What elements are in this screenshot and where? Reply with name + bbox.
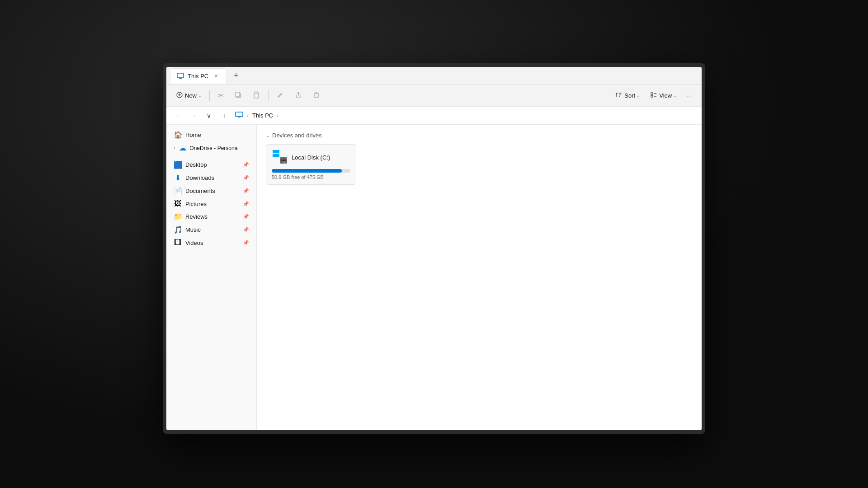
- svg-rect-1: [179, 78, 182, 79]
- drive-header: Local Disk (C:): [272, 149, 350, 165]
- view-icon: [650, 91, 657, 100]
- tab-area: This PC × +: [170, 68, 698, 84]
- svg-rect-25: [273, 150, 276, 153]
- toolbar: New ⌵ ✂: [166, 85, 702, 107]
- onedrive-icon: ☁: [179, 144, 187, 152]
- expand-icon: ›: [174, 145, 175, 150]
- documents-icon: 📄: [174, 187, 182, 195]
- tab-pc-icon: [177, 72, 184, 80]
- drive-bar-container: [272, 169, 350, 173]
- pin-reviews-icon: 📌: [243, 214, 249, 220]
- sidebar-documents-label: Documents: [185, 188, 239, 194]
- share-icon: [295, 91, 302, 100]
- sort-button[interactable]: Sort ⌵: [611, 89, 644, 102]
- pin-music-icon: 📌: [243, 227, 249, 233]
- section-label: Devices and drives: [272, 132, 322, 139]
- sidebar-pictures-label: Pictures: [185, 201, 239, 207]
- sidebar-item-downloads[interactable]: ⬇ Downloads 📌: [166, 171, 256, 184]
- content-area: 🏠 Home › ☁ OneDrive - Persona 🟦 Desktop …: [166, 125, 702, 430]
- drive-name: Local Disk (C:): [292, 154, 330, 161]
- file-area: ⌄ Devices and drives: [257, 125, 702, 430]
- pin-desktop-icon: 📌: [243, 162, 249, 168]
- reviews-icon: 📁: [174, 212, 182, 221]
- svg-rect-28: [276, 154, 279, 157]
- new-button[interactable]: New ⌵: [172, 89, 206, 102]
- drive-info: 50.9 GB free of 475 GB: [272, 174, 350, 180]
- scissors-icon: ✂: [218, 92, 224, 99]
- sort-label: Sort: [624, 92, 635, 99]
- separator-1: [209, 90, 210, 101]
- share-button[interactable]: [290, 89, 307, 102]
- breadcrumb: › This PC ›: [233, 111, 278, 120]
- sidebar: 🏠 Home › ☁ OneDrive - Persona 🟦 Desktop …: [166, 125, 257, 430]
- active-tab[interactable]: This PC ×: [170, 68, 227, 84]
- sidebar-item-music[interactable]: 🎵 Music 📌: [166, 223, 256, 236]
- svg-rect-26: [276, 150, 279, 153]
- new-tab-button[interactable]: +: [229, 69, 243, 83]
- pin-videos-icon: 📌: [243, 240, 249, 246]
- svg-rect-10: [315, 94, 318, 98]
- desktop-icon: 🟦: [174, 160, 182, 169]
- more-button[interactable]: ···: [682, 90, 696, 101]
- tab-close-button[interactable]: ×: [212, 72, 220, 80]
- svg-rect-6: [236, 92, 240, 97]
- sidebar-item-documents[interactable]: 📄 Documents 📌: [166, 184, 256, 197]
- new-label: New: [185, 92, 197, 99]
- copy-button[interactable]: [230, 89, 246, 102]
- paste-button[interactable]: [248, 89, 264, 102]
- svg-rect-8: [255, 92, 258, 94]
- videos-icon: 🎞: [174, 239, 182, 247]
- view-label: View: [659, 92, 672, 99]
- home-icon: 🏠: [174, 131, 182, 139]
- monitor-frame: This PC × + New ⌵ ✂: [163, 63, 705, 434]
- recent-button[interactable]: ∨: [203, 109, 215, 122]
- forward-button[interactable]: →: [187, 109, 200, 122]
- cut-button[interactable]: ✂: [213, 90, 228, 102]
- breadcrumb-this-pc[interactable]: This PC: [250, 111, 275, 120]
- back-button[interactable]: ←: [172, 109, 184, 122]
- pictures-icon: 🖼: [174, 200, 182, 208]
- sidebar-item-reviews[interactable]: 📁 Reviews 📌: [166, 210, 256, 223]
- sort-icon: [615, 91, 623, 100]
- drive-icon: [272, 149, 288, 165]
- breadcrumb-pc-icon[interactable]: [233, 111, 245, 120]
- drive-item-c[interactable]: Local Disk (C:) 50.9 GB free of 475 GB: [266, 144, 356, 185]
- sidebar-desktop-label: Desktop: [185, 161, 239, 168]
- section-header-drives[interactable]: ⌄ Devices and drives: [266, 132, 693, 139]
- section-chevron-icon: ⌄: [266, 133, 269, 138]
- rename-button[interactable]: [272, 89, 288, 102]
- paste-icon: [253, 91, 260, 100]
- music-icon: 🎵: [174, 225, 182, 234]
- sidebar-item-onedrive[interactable]: › ☁ OneDrive - Persona: [166, 141, 256, 155]
- sidebar-item-videos[interactable]: 🎞 Videos 📌: [166, 236, 256, 249]
- nav-bar: ← → ∨ ↑ › This PC ›: [166, 107, 702, 125]
- delete-button[interactable]: [308, 89, 325, 102]
- view-button[interactable]: View ⌵: [646, 89, 680, 102]
- title-bar: This PC × +: [166, 67, 702, 85]
- copy-icon: [235, 91, 242, 100]
- pin-pictures-icon: 📌: [243, 201, 249, 207]
- sidebar-onedrive-label: OneDrive - Persona: [189, 145, 249, 151]
- view-chevron-icon: ⌵: [674, 94, 676, 98]
- sidebar-item-desktop[interactable]: 🟦 Desktop 📌: [166, 158, 256, 171]
- sidebar-home-label: Home: [185, 131, 249, 138]
- more-label: ···: [687, 92, 692, 99]
- new-icon: [176, 92, 183, 99]
- sidebar-item-pictures[interactable]: 🖼 Pictures 📌: [166, 197, 256, 210]
- svg-rect-23: [236, 112, 243, 117]
- svg-point-31: [284, 162, 285, 164]
- sidebar-downloads-label: Downloads: [185, 174, 239, 181]
- downloads-icon: ⬇: [174, 174, 182, 182]
- breadcrumb-sep-2: ›: [277, 113, 278, 119]
- sort-chevron-icon: ⌵: [637, 94, 639, 98]
- svg-rect-24: [238, 117, 241, 117]
- sidebar-videos-label: Videos: [185, 239, 239, 246]
- new-chevron-icon: ⌵: [199, 94, 201, 98]
- up-button[interactable]: ↑: [218, 109, 231, 122]
- explorer-window: This PC × + New ⌵ ✂: [166, 67, 702, 430]
- sidebar-item-home[interactable]: 🏠 Home: [166, 128, 256, 141]
- separator-2: [268, 90, 269, 101]
- sidebar-reviews-label: Reviews: [185, 213, 239, 220]
- pin-documents-icon: 📌: [243, 188, 249, 194]
- tab-title: This PC: [188, 73, 208, 80]
